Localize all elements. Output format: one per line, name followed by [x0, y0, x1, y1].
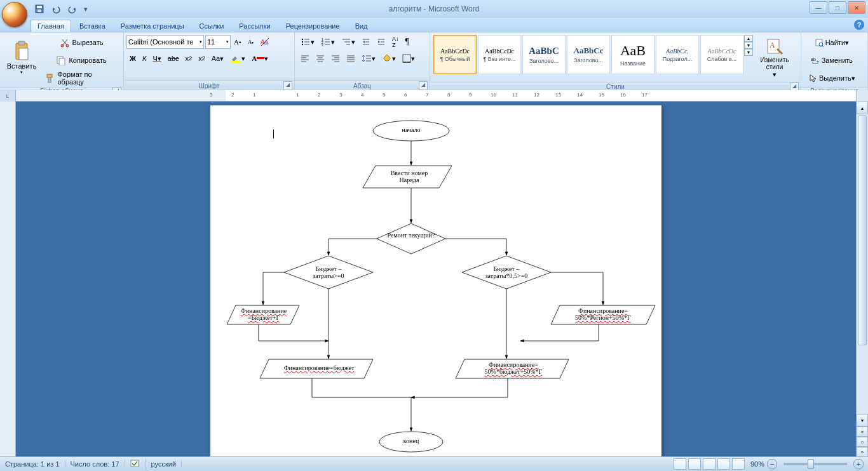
sort-button[interactable]: A↓Z [390, 34, 402, 50]
bullets-button[interactable]: ▾ [298, 36, 317, 48]
replace-button[interactable]: abЗаменить [806, 52, 858, 69]
help-button[interactable]: ? [854, 20, 864, 30]
next-page-button[interactable]: » [857, 447, 868, 457]
paragraph-launcher[interactable]: ◢ [419, 81, 428, 90]
align-center-button[interactable] [313, 53, 327, 63]
zoom-slider[interactable] [783, 463, 847, 465]
italic-button[interactable]: К [140, 53, 149, 63]
horizontal-ruler[interactable]: 3211234567891011121314151617 [16, 90, 856, 102]
tab-insert[interactable]: Вставка [72, 20, 112, 32]
svg-rect-9 [59, 58, 65, 65]
shrink-font-button[interactable]: A▾ [245, 37, 257, 46]
zoom-in-button[interactable]: + [853, 459, 864, 469]
office-button[interactable] [2, 2, 27, 27]
view-print-layout-button[interactable] [674, 458, 686, 470]
style-item-3[interactable]: AaBbCcЗаголово... [567, 35, 610, 74]
subscript-button[interactable]: x2 [183, 53, 195, 63]
underline-button[interactable]: Ч▾ [150, 53, 163, 64]
view-outline-button[interactable] [717, 458, 730, 470]
align-left-button[interactable] [298, 53, 312, 63]
font-name-combo[interactable]: Calibri (Основной те▾ [126, 35, 204, 49]
change-case-button[interactable]: Aa▾ [209, 53, 226, 64]
scroll-track[interactable] [857, 114, 868, 414]
style-item-4[interactable]: АаВНазвание [611, 35, 654, 74]
zoom-level[interactable]: 90% [750, 460, 764, 468]
status-word-count[interactable]: Число слов: 17 [65, 460, 125, 468]
page[interactable]: начало Ввести номер Наряда Ремонт текущи… [210, 105, 661, 457]
font-launcher[interactable]: ◢ [283, 81, 292, 90]
gallery-down-button[interactable]: ▾ [744, 42, 753, 49]
bold-button[interactable]: Ж [127, 53, 139, 63]
minimize-button[interactable]: — [810, 1, 827, 14]
grow-font-button[interactable]: A▴ [231, 37, 244, 47]
zoom-out-button[interactable]: − [767, 459, 777, 469]
show-marks-button[interactable]: ¶ [403, 36, 412, 48]
ribbon: Вставить▾ Вырезать Копировать Формат по … [0, 32, 868, 91]
browse-object-button[interactable]: ○ [857, 437, 868, 447]
font-size-combo[interactable]: 11▾ [205, 35, 231, 49]
cut-button[interactable]: Вырезать [43, 34, 120, 51]
prev-page-button[interactable]: « [857, 427, 868, 437]
numbering-button[interactable]: 123▾ [318, 36, 337, 48]
format-painter-button[interactable]: Формат по образцу [43, 70, 120, 86]
find-button[interactable]: Найти▾ [806, 34, 858, 51]
style-item-0[interactable]: AaBbCcDc¶ Обычный [433, 35, 477, 74]
ribbon-tabs: Главная Вставка Разметка страницы Ссылки… [0, 18, 868, 32]
increase-indent-button[interactable] [374, 36, 388, 48]
tab-page-layout[interactable]: Разметка страницы [114, 20, 191, 32]
qat-customize-button[interactable]: ▾ [81, 1, 90, 17]
qat-save-button[interactable] [32, 1, 47, 17]
close-button[interactable]: ✕ [848, 1, 865, 14]
style-item-6[interactable]: AaBbCcDcСлабое в... [700, 35, 743, 74]
tab-references[interactable]: Ссылки [193, 20, 231, 32]
zoom-slider-thumb[interactable] [808, 459, 814, 469]
paste-button[interactable]: Вставить▾ [3, 34, 40, 81]
multilevel-button[interactable]: ▾ [339, 36, 358, 48]
decrease-indent-button[interactable] [359, 36, 373, 48]
qat-redo-button[interactable] [65, 1, 80, 17]
line-spacing-button[interactable]: ▾ [359, 53, 378, 64]
status-bar: Страница: 1 из 1 Число слов: 17 русский … [0, 456, 868, 471]
superscript-button[interactable]: x2 [196, 53, 208, 63]
scroll-down-button[interactable]: ▾ [857, 414, 868, 427]
scroll-thumb[interactable] [858, 116, 867, 345]
style-item-5[interactable]: AaBbCc.Подзагол... [656, 35, 699, 74]
ruler-corner[interactable]: L [0, 90, 16, 102]
clear-formatting-button[interactable]: Aa [257, 36, 273, 48]
svg-line-61 [822, 46, 824, 47]
qat-undo-button[interactable] [48, 1, 64, 17]
vertical-scrollbar[interactable]: ▴ ▾ « ○ » [856, 102, 868, 457]
document-area[interactable]: начало Ввести номер Наряда Ремонт текущи… [16, 102, 856, 457]
gallery-up-button[interactable]: ▴ [744, 35, 753, 42]
status-spellcheck[interactable] [125, 459, 146, 469]
styles-gallery-nav: ▴ ▾ ▾ [744, 35, 753, 56]
style-item-2[interactable]: AaBbCЗаголово... [522, 35, 566, 74]
strikethrough-button[interactable]: abc [165, 53, 182, 63]
svg-point-64 [379, 432, 443, 452]
select-button[interactable]: Выделить▾ [806, 70, 858, 86]
view-web-layout-button[interactable] [703, 458, 715, 470]
style-item-1[interactable]: AaBbCcDc¶ Без инте... [478, 35, 521, 74]
align-right-button[interactable] [329, 53, 342, 63]
shading-button[interactable]: ▾ [379, 53, 398, 64]
maximize-button[interactable]: □ [829, 1, 846, 14]
highlight-button[interactable]: ▾ [227, 52, 248, 65]
group-editing: Найти▾ abЗаменить Выделить▾ Редактирован… [801, 32, 868, 91]
gallery-more-button[interactable]: ▾ [744, 49, 753, 56]
tab-view[interactable]: Вид [348, 20, 375, 32]
svg-rect-2 [37, 10, 41, 12]
status-page[interactable]: Страница: 1 из 1 [0, 460, 65, 468]
scroll-up-button[interactable]: ▴ [857, 102, 868, 114]
borders-button[interactable]: ▾ [400, 53, 417, 64]
copy-button[interactable]: Копировать [43, 52, 120, 69]
vertical-ruler[interactable] [0, 102, 16, 457]
status-language[interactable]: русский [146, 460, 182, 468]
tab-mailings[interactable]: Рассылки [232, 20, 277, 32]
font-color-button[interactable]: A▾ [249, 53, 271, 64]
tab-review[interactable]: Рецензирование [279, 20, 347, 32]
view-draft-button[interactable] [732, 458, 745, 470]
justify-button[interactable] [344, 53, 358, 63]
tab-home[interactable]: Главная [31, 20, 71, 32]
view-full-screen-button[interactable] [688, 458, 701, 470]
change-styles-button[interactable]: A Изменить стили▾ [754, 34, 796, 81]
